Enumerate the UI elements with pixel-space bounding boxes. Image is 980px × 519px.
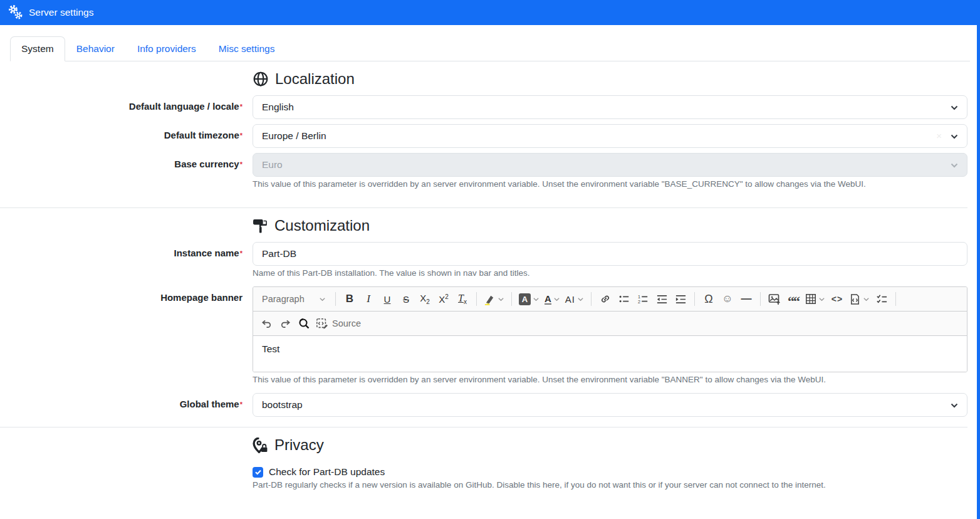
chevron-down-icon [319, 296, 326, 303]
chevron-down-icon [950, 103, 959, 112]
settings-tab-bar: System Behavior Info providers Misc sett… [10, 36, 970, 61]
undo-icon [261, 318, 273, 330]
table-icon [805, 293, 816, 305]
strikethrough-button[interactable]: S [397, 290, 415, 308]
code-block-icon [849, 293, 861, 305]
chevron-down-icon [498, 296, 504, 303]
highlight-button[interactable] [481, 290, 507, 308]
editor-content-text: Test [262, 343, 279, 354]
special-characters-button[interactable]: Ω [699, 290, 718, 308]
editor-toolbar-row2: Source [253, 312, 967, 336]
editor-content-area[interactable]: Test [253, 336, 967, 372]
font-color-button[interactable]: A [542, 290, 563, 308]
instance-name-label: Instance name [174, 248, 239, 258]
outdent-icon [656, 293, 668, 305]
base-currency-help: This value of this parameter is overridd… [253, 179, 967, 189]
insert-image-button[interactable] [765, 290, 784, 308]
block-quote-button[interactable]: ““ [784, 290, 803, 308]
redo-button[interactable] [276, 314, 295, 333]
redo-icon [279, 318, 291, 330]
italic-button[interactable]: I [359, 290, 378, 308]
todo-list-icon [876, 293, 888, 305]
bulleted-list-icon [618, 293, 630, 305]
insert-image-icon [768, 293, 781, 305]
superscript-button[interactable]: X2 [434, 290, 453, 308]
indent-button[interactable] [671, 290, 690, 308]
update-check-help: Part-DB regularly checks if a new versio… [253, 480, 967, 490]
todo-list-button[interactable] [872, 290, 891, 308]
highlight-marker-icon [484, 293, 496, 305]
paint-roller-icon [253, 218, 268, 234]
underline-button[interactable]: U [378, 290, 397, 308]
block-quote-icon: ““ [788, 293, 799, 305]
clear-icon[interactable]: × [936, 130, 942, 141]
update-check-checkbox[interactable] [253, 467, 263, 478]
default-timezone-select[interactable]: Europe / Berlin × [253, 124, 967, 148]
check-icon [254, 468, 262, 476]
bulleted-list-button[interactable] [615, 290, 633, 308]
global-theme-select[interactable]: bootstrap [253, 393, 967, 417]
app-header: Server settings [0, 0, 980, 25]
tab-misc-settings[interactable]: Misc settings [207, 36, 286, 61]
instance-name-input[interactable] [253, 242, 967, 266]
numbered-list-icon: 1 2 [637, 293, 649, 305]
default-language-select[interactable]: English [253, 95, 967, 119]
field-base-currency: Base currency* Euro This value of this p… [0, 153, 967, 197]
insert-table-button[interactable] [803, 290, 828, 308]
code-block-button[interactable] [847, 290, 872, 308]
link-icon [600, 293, 611, 305]
required-mark: * [240, 401, 242, 408]
horizontal-line-button[interactable]: — [737, 290, 756, 308]
outdent-button[interactable] [652, 290, 671, 308]
font-background-color-button[interactable]: A [516, 290, 542, 308]
chevron-down-icon [533, 296, 540, 303]
section-localization-header: Localization [0, 61, 967, 95]
section-privacy-header: Privacy [0, 427, 967, 461]
section-title-customization: Customization [274, 217, 370, 234]
update-check-label[interactable]: Check for Part-DB updates [269, 466, 385, 478]
section-title-privacy: Privacy [274, 436, 324, 454]
base-currency-select: Euro [253, 153, 967, 177]
field-instance-name: Instance name* Name of this Part-DB inst… [0, 242, 967, 286]
page-title: Server settings [29, 7, 93, 18]
subscript-button[interactable]: X2 [415, 290, 434, 308]
bold-button[interactable]: B [340, 290, 359, 308]
chevron-down-icon [863, 296, 870, 303]
section-title-localization: Localization [275, 70, 355, 88]
required-mark: * [240, 132, 242, 139]
source-button[interactable]: Source [313, 314, 363, 333]
required-mark: * [240, 103, 242, 110]
tab-info-providers[interactable]: Info providers [126, 36, 207, 61]
heading-dropdown[interactable]: Paragraph [257, 290, 331, 308]
chevron-down-icon [950, 401, 959, 410]
find-and-replace-button[interactable] [295, 314, 313, 333]
tab-system[interactable]: System [10, 36, 65, 61]
globe-icon [253, 71, 269, 87]
emoji-button[interactable]: ☺ [718, 290, 737, 308]
field-global-theme: Global theme* bootstrap [0, 393, 967, 417]
field-default-timezone: Default timezone* Europe / Berlin × [0, 124, 967, 153]
field-default-language: Default language / locale* English [0, 95, 967, 124]
undo-button[interactable] [257, 314, 276, 333]
chevron-down-icon [950, 161, 959, 170]
remove-format-button[interactable]: Tx [453, 290, 472, 308]
section-customization-header: Customization [0, 208, 967, 242]
field-update-check: Check for Part-DB updates Part-DB regula… [0, 461, 967, 498]
code-button[interactable]: <> [828, 290, 847, 308]
chevron-down-icon [950, 132, 959, 141]
numbered-list-button[interactable]: 1 2 [633, 290, 652, 308]
font-size-icon: AI [565, 294, 575, 305]
source-icon [316, 317, 328, 330]
editor-toolbar-row1: Paragraph B I U S X2 X2 Tx [253, 287, 967, 312]
link-button[interactable] [596, 290, 615, 308]
rich-text-editor: Paragraph B I U S X2 X2 Tx [253, 286, 967, 372]
chevron-down-icon [818, 296, 825, 303]
required-mark: * [240, 249, 242, 257]
svg-text:2: 2 [638, 299, 640, 305]
tab-behavior[interactable]: Behavior [65, 36, 126, 61]
horizontal-line-icon: — [741, 293, 752, 305]
smiley-icon: ☺ [722, 293, 732, 305]
homepage-banner-help: This value of this parameter is overridd… [253, 375, 967, 384]
scrollbar[interactable] [977, 0, 980, 519]
font-size-button[interactable]: AI [563, 290, 586, 308]
